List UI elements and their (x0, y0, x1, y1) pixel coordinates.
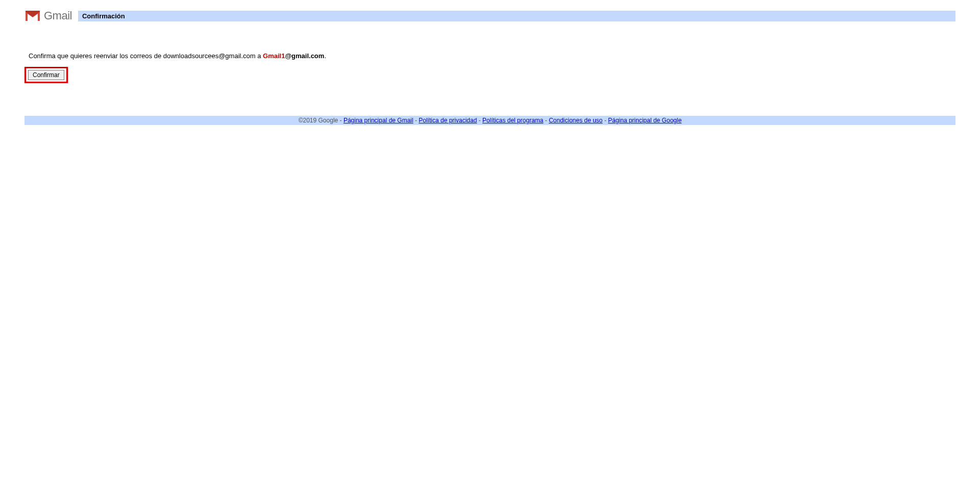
footer-separator: - (543, 117, 549, 124)
footer-link-google-home[interactable]: Página principal de Google (608, 117, 681, 124)
confirmation-suffix: . (324, 52, 326, 60)
footer-link-terms[interactable]: Condiciones de uso (549, 117, 602, 124)
confirm-button[interactable]: Confirmar (28, 70, 64, 80)
page-title: Confirmación (82, 12, 125, 20)
confirmation-message: Confirma que quieres reenviar los correo… (29, 52, 955, 60)
gmail-logo: Gmail (24, 9, 72, 22)
gmail-logo-text: Gmail (44, 9, 72, 22)
footer-copyright: ©2019 Google (299, 117, 338, 124)
confirmation-prefix: Confirma que quieres reenviar los correo… (29, 52, 263, 60)
page-title-bar: Confirmación (78, 11, 955, 21)
footer-separator: - (413, 117, 419, 124)
footer-separator: - (477, 117, 482, 124)
footer-separator: - (338, 117, 344, 124)
footer: ©2019 Google - Página principal de Gmail… (24, 116, 955, 125)
main-content: Confirma que quieres reenviar los correo… (24, 52, 955, 83)
header-row: Gmail Confirmación (24, 0, 955, 22)
highlight-annotation: Confirmar (24, 67, 68, 83)
footer-link-gmail-home[interactable]: Página principal de Gmail (344, 117, 413, 124)
footer-link-program-policies[interactable]: Políticas del programa (482, 117, 543, 124)
gmail-envelope-icon (24, 10, 41, 22)
footer-link-privacy[interactable]: Política de privacidad (419, 117, 477, 124)
target-email-alias: Gmail1 (263, 52, 285, 60)
target-email-domain: @gmail.com (285, 52, 324, 60)
footer-separator: - (603, 117, 608, 124)
